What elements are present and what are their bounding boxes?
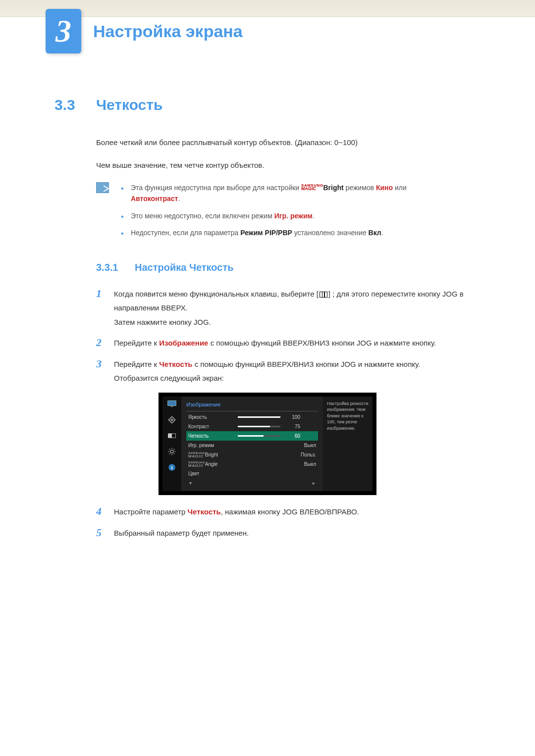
step-1: 1 Когда появится меню функциональных кла…: [96, 287, 481, 330]
step-text-4: Настройте параметр Четкость, нажимая кно…: [114, 505, 481, 519]
step-text-3: Перейдите к Четкость с помощью функций В…: [114, 357, 481, 386]
osd-item-value: Польз.: [286, 451, 316, 459]
osd-item-label: SAMSUNGMAGICAngle: [188, 460, 238, 468]
note-block: Эта функция недоступна при выборе для на…: [96, 182, 481, 245]
section-heading: 3.3 Четкость: [54, 93, 481, 117]
note-item-1: Эта функция недоступна при выборе для на…: [119, 182, 407, 204]
svg-line-9: [169, 449, 170, 450]
chapter-number: 3: [55, 13, 71, 50]
osd-item-label: Четкость: [188, 432, 238, 440]
osd-slider: [238, 426, 280, 427]
step-text-1: Когда появится меню функциональных клави…: [114, 287, 481, 330]
svg-point-4: [170, 450, 173, 453]
note-item-2: Это меню недоступно, если включен режим …: [119, 210, 407, 221]
step-text-5: Выбранный параметр будет применен.: [114, 526, 481, 541]
svg-line-10: [174, 453, 175, 454]
osd-footer: ▾ ▸: [186, 479, 318, 487]
osd-sidebar: i: [162, 397, 181, 492]
chapter-number-box: 3: [46, 9, 81, 53]
osd-main: Изображение Яркость100Контраст75Четкость…: [181, 397, 323, 492]
page-content: 3.3 Четкость Более четкий или более расп…: [0, 53, 535, 540]
step-num-3: 3: [96, 357, 114, 386]
svg-line-11: [169, 453, 170, 454]
osd-item: Четкость60: [186, 431, 318, 441]
step-3: 3 Перейдите к Четкость с помощью функций…: [96, 357, 481, 386]
note-item-3: Недоступен, если для параметра Режим PIP…: [119, 227, 407, 238]
osd-item: SAMSUNGMAGICAngleВыкл: [186, 459, 318, 469]
samsung-magic-logo: SAMSUNGMAGIC: [301, 184, 323, 191]
svg-line-12: [174, 449, 175, 450]
chapter-title: Настройка экрана: [93, 22, 243, 41]
arrow-right-icon: ▸: [313, 479, 315, 487]
osd-item-label: SAMSUNGMAGICBright: [188, 451, 238, 459]
step-num-2: 2: [96, 336, 114, 351]
osd-description: Настройка резкости изображения. Чем ближ…: [323, 397, 373, 492]
osd-item-value: Выкл: [286, 442, 316, 450]
note-icon: [96, 182, 109, 193]
osd-title: Изображение: [186, 402, 220, 407]
osd-title-row: Изображение: [186, 399, 318, 412]
subsection-number: 3.3.1: [96, 259, 135, 275]
info-icon: i: [166, 463, 177, 472]
section-title: Четкость: [96, 93, 162, 117]
step-2: 2 Перейдите к Изображение с помощью функ…: [96, 336, 481, 351]
svg-rect-3: [168, 433, 172, 437]
svg-rect-0: [168, 401, 176, 405]
intro-p1: Более четкий или более расплывчатый конт…: [96, 137, 481, 149]
osd-item: Цвет: [186, 469, 318, 478]
gear-icon: [166, 447, 177, 456]
osd-item-label: Цвет: [188, 470, 238, 478]
section-number: 3.3: [54, 93, 96, 117]
osd-item-value: 100: [285, 413, 300, 421]
osd-item: SAMSUNGMAGICBrightПольз.: [186, 450, 318, 459]
subsection-title: Настройка Четкость: [135, 259, 234, 275]
osd-item-label: Игр. режим: [188, 442, 238, 450]
monitor-icon: [166, 400, 177, 408]
step-num-4: 4: [96, 505, 114, 519]
intro-p2: Чем выше значение, тем четче контур объе…: [96, 159, 481, 171]
step-5: 5 Выбранный параметр будет применен.: [96, 526, 481, 541]
osd-item: Контраст75: [186, 422, 318, 431]
osd-slider: [238, 416, 280, 418]
arrow-down-icon: ▾: [189, 479, 192, 487]
osd-item-label: Контраст: [188, 423, 238, 431]
note-list: Эта функция недоступна при выборе для на…: [119, 182, 407, 245]
step-num-5: 5: [96, 526, 114, 541]
pip-icon: [166, 431, 177, 440]
osd-item-value: Выкл: [286, 460, 316, 468]
osd-slider: [238, 435, 280, 437]
step-4: 4 Настройте параметр Четкость, нажимая к…: [96, 505, 481, 519]
osd-item: Игр. режимВыкл: [186, 441, 318, 450]
osd-item-value: 75: [285, 423, 300, 431]
step-num-1: 1: [96, 287, 114, 330]
osd-screenshot: i Изображение Яркость100Контраст75Четкос…: [159, 393, 376, 496]
svg-rect-1: [171, 406, 173, 407]
resize-icon: [166, 415, 177, 424]
osd-item-label: Яркость: [188, 413, 238, 421]
osd-item: Яркость100: [186, 412, 318, 422]
menu-icon: [320, 292, 327, 298]
step-text-2: Перейдите к Изображение с помощью функци…: [114, 336, 481, 351]
subsection-heading: 3.3.1 Настройка Четкость: [96, 259, 481, 275]
svg-text:i: i: [171, 464, 173, 470]
chapter-header: 3 Настройка экрана: [0, 9, 535, 53]
osd-item-value: 60: [285, 432, 300, 440]
